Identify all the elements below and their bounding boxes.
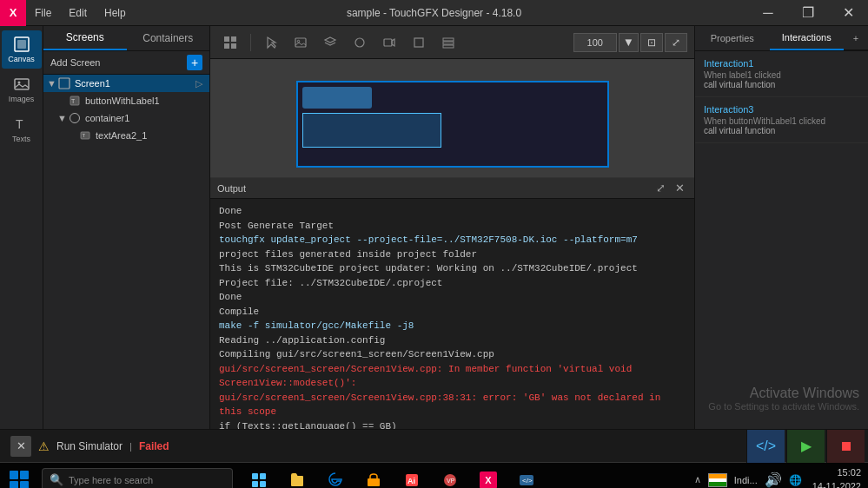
sidebar-item-images[interactable]: Images [2, 70, 42, 109]
run-stop-button[interactable]: ⏹ [826, 430, 865, 463]
tree-item-textarea2[interactable]: T textArea2_1 [43, 127, 209, 144]
sound-icon[interactable]: 🔊 [765, 472, 782, 488]
menu-edit[interactable]: Edit [60, 0, 96, 26]
zoom-control: ▼ ⊡ ⤢ [573, 33, 687, 52]
zoom-aspect-btn[interactable]: ⤢ [665, 33, 687, 52]
run-play-button[interactable]: ▶ [786, 430, 825, 463]
close-button[interactable]: ✕ [828, 0, 868, 26]
taskbar-country: Indi... [734, 475, 758, 485]
taskbar-edge[interactable] [316, 463, 354, 489]
taskbar-explorer[interactable] [278, 463, 316, 489]
canvas-icon [13, 36, 30, 53]
container-circle-icon [70, 113, 80, 123]
taskbar-touchgfx[interactable]: X [469, 463, 507, 489]
svg-rect-12 [224, 43, 229, 49]
svg-rect-23 [260, 473, 266, 479]
svg-rect-18 [414, 38, 423, 47]
svg-rect-1 [17, 40, 26, 49]
toolbar-shape-btn[interactable] [347, 30, 373, 55]
expand-arrow-container1[interactable]: ▼ [57, 113, 68, 123]
tree-item-screen1[interactable]: ▼ Screen1 ▷ [43, 75, 209, 92]
tree-label-screen1: Screen1 [75, 78, 192, 89]
tab-properties[interactable]: Properties [695, 26, 770, 50]
maximize-button[interactable]: ❐ [788, 0, 828, 26]
minimize-button[interactable]: ─ [748, 0, 788, 26]
terminal-header: Output ⤢ ✕ [210, 178, 694, 199]
canvas-button-element[interactable] [302, 87, 372, 109]
toolbar-video-btn[interactable] [376, 30, 402, 55]
canvas-container-element[interactable] [302, 113, 441, 148]
interaction-item[interactable]: Interaction3 When buttonWithLabel1 click… [695, 97, 868, 143]
zoom-dropdown-btn[interactable]: ▼ [619, 33, 639, 52]
zoom-fit-btn[interactable]: ⊡ [640, 33, 663, 52]
window-title: sample - TouchGFX Designer - 4.18.0 [347, 7, 521, 19]
expand-arrow-screen1[interactable]: ▼ [47, 78, 57, 89]
tree-item-container1[interactable]: ▼ container1 [43, 109, 209, 127]
texts-label: Texts [12, 135, 30, 143]
win-logo-cell4 [20, 481, 29, 489]
run-actions: </> ▶ ⏹ [746, 430, 868, 463]
run-warning-icon: ⚠ [38, 439, 50, 453]
terminal-line: Done [219, 204, 686, 219]
terminal-line: Reading ../application.config [219, 333, 686, 348]
canvas-screen[interactable] [296, 81, 609, 168]
terminal-expand-btn[interactable]: ⤢ [653, 181, 668, 196]
taskbar-vpn[interactable]: VP [431, 463, 469, 489]
title-bar: X File Edit Help sample - TouchGFX Desig… [0, 0, 868, 26]
add-interaction-btn[interactable]: + [844, 26, 868, 50]
svg-rect-24 [252, 481, 258, 487]
toolbar-all-btn[interactable] [217, 30, 243, 55]
india-flag [708, 473, 727, 487]
menu-bar: File Edit Help [26, 0, 135, 26]
tab-interactions[interactable]: Interactions [770, 26, 845, 50]
widget-icon-btn: T [68, 94, 82, 108]
add-screen-button[interactable]: + [187, 55, 202, 70]
toolbar-image-btn[interactable] [288, 30, 314, 55]
terminal-line: project files generated inside project f… [219, 247, 686, 262]
taskbar: 🔍 Type here to search Ai VP X </> ∧ [0, 462, 868, 488]
toolbar-box-btn[interactable] [406, 30, 432, 55]
run-close-button[interactable]: ✕ [10, 436, 31, 457]
windows-logo [10, 471, 29, 489]
taskbar-clock[interactable]: 15:02 14-11-2022 [812, 466, 861, 488]
svg-point-3 [17, 82, 20, 84]
sidebar: Screens Containers Add Screen + ▼ Screen… [43, 26, 210, 429]
toolbar-layers-btn[interactable] [317, 30, 343, 55]
taskbar-task-view[interactable] [240, 463, 278, 489]
toolbar-select-btn[interactable] [258, 30, 284, 55]
svg-rect-11 [231, 36, 236, 42]
menu-file[interactable]: File [26, 0, 60, 26]
terminal-content[interactable]: DonePost Generate Target touchgfx update… [210, 199, 694, 429]
interaction-when: When buttonWithLabel1 clicked [704, 116, 859, 126]
sidebar-item-canvas[interactable]: Canvas [2, 30, 42, 69]
svg-text:Ai: Ai [407, 477, 415, 485]
toolbar: ▼ ⊡ ⤢ [210, 26, 694, 59]
taskbar-dev-tools[interactable]: </> [507, 463, 546, 489]
taskbar-adobe[interactable]: Ai [393, 463, 431, 489]
run-bar: ✕ ⚠ Run Simulator | Failed [0, 436, 746, 457]
interaction-item[interactable]: Interaction1 When label1 clicked call vi… [695, 51, 868, 97]
tab-screens[interactable]: Screens [43, 26, 127, 50]
svg-rect-22 [252, 473, 258, 479]
run-label: Run Simulator [56, 440, 123, 452]
add-screen-row: Add Screen + [43, 51, 209, 75]
zoom-input[interactable] [573, 33, 617, 52]
widget-icon-text: T [78, 129, 92, 142]
taskbar-store[interactable] [354, 463, 393, 489]
terminal-line: Post Generate Target [219, 219, 686, 234]
tree-label-textarea2: textArea2_1 [96, 130, 206, 141]
run-code-button[interactable]: </> [746, 430, 785, 463]
network-icon[interactable]: 🌐 [789, 474, 802, 486]
menu-help[interactable]: Help [96, 0, 135, 26]
sidebar-item-texts[interactable]: T Texts [2, 110, 42, 148]
taskbar-date-value: 14-11-2022 [812, 480, 861, 489]
start-button[interactable] [0, 463, 38, 489]
tab-containers[interactable]: Containers [127, 26, 210, 50]
terminal-line: gui/src/screen1_screen/Screen1View.cpp:3… [219, 391, 686, 419]
toolbar-stack-btn[interactable] [435, 30, 461, 55]
tree-item-buttonwithlabel1[interactable]: T buttonWithLabel1 [43, 92, 209, 109]
terminal-close-btn[interactable]: ✕ [672, 181, 687, 196]
screen1-action[interactable]: ▷ [192, 76, 206, 90]
svg-rect-19 [443, 45, 454, 48]
taskbar-search[interactable]: 🔍 Type here to search [42, 468, 233, 489]
